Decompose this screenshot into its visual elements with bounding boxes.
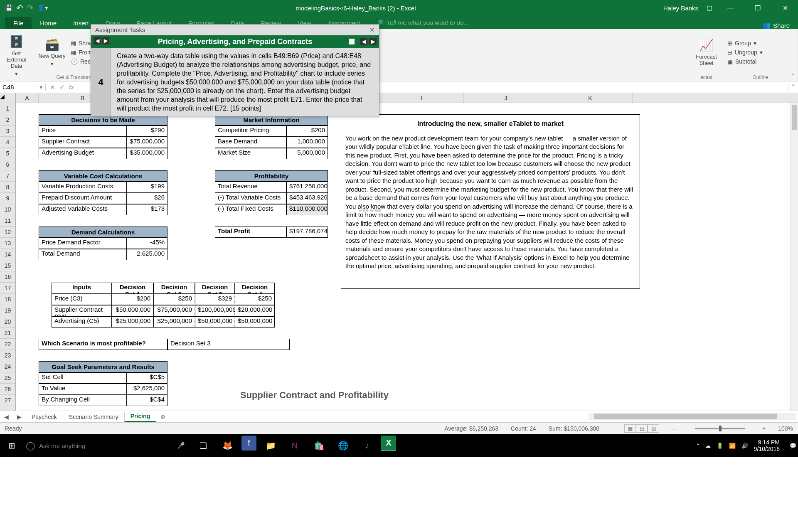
select-all-corner[interactable]: ◢ xyxy=(0,93,16,103)
cell-tvc-val[interactable]: $453,463,926 xyxy=(286,193,328,204)
taskbar-clock[interactable]: 9:14 PM9/10/2016 xyxy=(754,439,784,452)
row-7[interactable]: 7 xyxy=(0,170,15,182)
tray-volume-icon[interactable]: 🔊 xyxy=(741,443,748,449)
cell-tvc-label[interactable]: (-) Total Variable Costs xyxy=(215,193,286,204)
row-5[interactable]: 5 xyxy=(0,148,15,159)
group-button[interactable]: ⊞ Group ▾ xyxy=(727,40,793,47)
cell-ms-label[interactable]: Market Size xyxy=(215,148,286,159)
horizontal-scrollbar[interactable] xyxy=(589,413,796,420)
new-query-button[interactable]: 🗃️New Query ▾ xyxy=(37,32,66,73)
file-explorer-icon[interactable]: 📁 xyxy=(261,436,281,456)
assignment-stop-icon[interactable] xyxy=(349,39,355,44)
gs-to-v[interactable]: $2,625,000 xyxy=(127,384,167,395)
cell-ms-val[interactable]: 5,000,000 xyxy=(286,148,328,159)
mic-icon[interactable]: 🎤 xyxy=(177,442,185,449)
assignment-prev2-icon[interactable]: ◀ xyxy=(360,38,367,45)
cortana-search[interactable]: ◯Ask me anything xyxy=(23,441,173,451)
view-pagebreak-icon[interactable]: ▥ xyxy=(648,424,659,433)
cell-tp-val[interactable]: $197,786,074 xyxy=(286,227,328,238)
worksheet-area[interactable]: ◢ A B C D E F G H I J K 1234567891011121… xyxy=(0,93,798,411)
cell-pdf-label[interactable]: Price Demand Factor xyxy=(39,238,127,249)
cell-cp-val[interactable]: $200 xyxy=(286,126,328,137)
s3[interactable]: $100,000,000 xyxy=(195,305,235,316)
excel-icon[interactable]: X xyxy=(381,436,396,451)
ds2-header[interactable]: Decision Set 2 xyxy=(153,283,195,294)
cell-price-val[interactable]: $290 xyxy=(127,126,167,137)
row-25[interactable]: 25 xyxy=(0,372,15,384)
s2[interactable]: $75,000,000 xyxy=(153,305,195,316)
row-3[interactable]: 3 xyxy=(0,126,15,137)
cell-price-label[interactable]: Price xyxy=(39,126,127,137)
cell-supplier-label[interactable]: Supplier Contract xyxy=(39,137,127,148)
name-box[interactable]: C48▾ xyxy=(0,84,46,91)
save-icon[interactable]: 💾 xyxy=(5,4,13,12)
row-11[interactable]: 11 xyxy=(0,215,15,227)
ds4-header[interactable]: Decision Set 4 xyxy=(235,283,275,294)
expand-formula-bar-icon[interactable]: ˅ xyxy=(788,84,798,91)
cell-vpc-label[interactable]: Variable Production Costs xyxy=(39,182,127,193)
tellme-search[interactable]: 🔍 Tell me what you want to do... xyxy=(369,17,477,29)
row-18[interactable]: 18 xyxy=(0,294,15,305)
cell-pdf-val[interactable]: -45% xyxy=(127,238,167,249)
row-6[interactable]: 6 xyxy=(0,159,15,170)
col-I[interactable]: I xyxy=(379,93,464,103)
cell-tfc-val[interactable]: $110,000,000 xyxy=(286,204,328,215)
hscroll-thumb[interactable] xyxy=(594,414,777,419)
row-26[interactable]: 26 xyxy=(0,384,15,395)
a3[interactable]: $50,000,000 xyxy=(195,316,235,328)
cell-pda-val[interactable]: $26 xyxy=(127,193,167,204)
gs-by[interactable]: By Changing Cell xyxy=(39,395,127,406)
row-14[interactable]: 14 xyxy=(0,249,15,260)
zoom-slider[interactable] xyxy=(695,428,745,429)
assignment-prev-icon[interactable]: ◀ xyxy=(94,37,101,44)
p2[interactable]: $250 xyxy=(153,294,195,305)
fx-icon[interactable]: fx xyxy=(69,84,74,91)
assignment-next-icon[interactable]: ▶ xyxy=(102,37,109,44)
row-16[interactable]: 16 xyxy=(0,271,15,283)
cell-tp-label[interactable]: Total Profit xyxy=(215,227,286,238)
cell-adv-label[interactable]: Advertising Budget xyxy=(39,148,127,159)
sheet-tab-scenario[interactable]: Scenario Summary xyxy=(63,412,125,422)
sheet-nav-next-icon[interactable]: ▶ xyxy=(13,414,26,420)
cell-avc-label[interactable]: Adjusted Variable Costs xyxy=(39,204,127,215)
share-button[interactable]: 👥Share xyxy=(763,22,798,29)
tray-up-icon[interactable]: ˄ xyxy=(697,443,699,449)
row-9[interactable]: 9 xyxy=(0,193,15,204)
cell-grid[interactable]: Decisions to be Made Price $290 Supplier… xyxy=(16,103,798,411)
redo-icon[interactable]: ↷ xyxy=(27,3,34,13)
row-1[interactable]: 1 xyxy=(0,103,15,114)
sheet-tab-pricing[interactable]: Pricing xyxy=(125,411,156,422)
tray-battery-icon[interactable]: 🔋 xyxy=(717,443,723,449)
subtotal-button[interactable]: ▦ Subtotal xyxy=(727,58,793,65)
zoom-thumb[interactable] xyxy=(719,426,722,431)
facebook-icon[interactable]: f xyxy=(241,436,256,451)
row-2[interactable]: 2 xyxy=(0,114,15,126)
p4[interactable]: $250 xyxy=(235,294,275,305)
cell-supplier-val[interactable]: $75,000,000 xyxy=(127,137,167,148)
a4[interactable]: $50,000,000 xyxy=(235,316,275,328)
sheet-nav-prev-icon[interactable]: ◀ xyxy=(0,414,13,420)
row-22[interactable]: 22 xyxy=(0,339,15,350)
cell-tr-val[interactable]: $761,250,000 xyxy=(286,182,328,193)
close-button[interactable]: ✕ xyxy=(776,4,795,12)
row-8[interactable]: 8 xyxy=(0,182,15,193)
tray-onedrive-icon[interactable]: ☁ xyxy=(705,443,711,449)
a1[interactable]: $25,000,000 xyxy=(112,316,153,328)
cancel-formula-icon[interactable]: ✕ xyxy=(50,84,55,91)
gs-set-v[interactable]: $C$5 xyxy=(127,372,167,384)
tab-file[interactable]: File xyxy=(5,17,32,29)
notifications-icon[interactable]: 💬 xyxy=(790,443,796,449)
scenario-a[interactable]: Decision Set 3 xyxy=(167,339,290,350)
s1[interactable]: $50,000,000 xyxy=(112,305,153,316)
undo-icon[interactable]: ↶ xyxy=(16,3,23,13)
scrollbar-thumb[interactable] xyxy=(792,105,797,130)
vertical-scrollbar[interactable] xyxy=(791,103,798,411)
row-27[interactable]: 27 xyxy=(0,395,15,406)
cell-bd-val[interactable]: 1,000,000 xyxy=(286,137,328,148)
cell-vpc-val[interactable]: $199 xyxy=(127,182,167,193)
chrome-icon[interactable]: 🌐 xyxy=(333,436,353,456)
inputs-header[interactable]: Inputs xyxy=(52,283,112,294)
ds1-header[interactable]: Decision Set 1 xyxy=(112,283,153,294)
view-normal-icon[interactable]: ▦ xyxy=(624,424,636,433)
touch-mode-icon[interactable]: 👤▾ xyxy=(37,4,48,12)
